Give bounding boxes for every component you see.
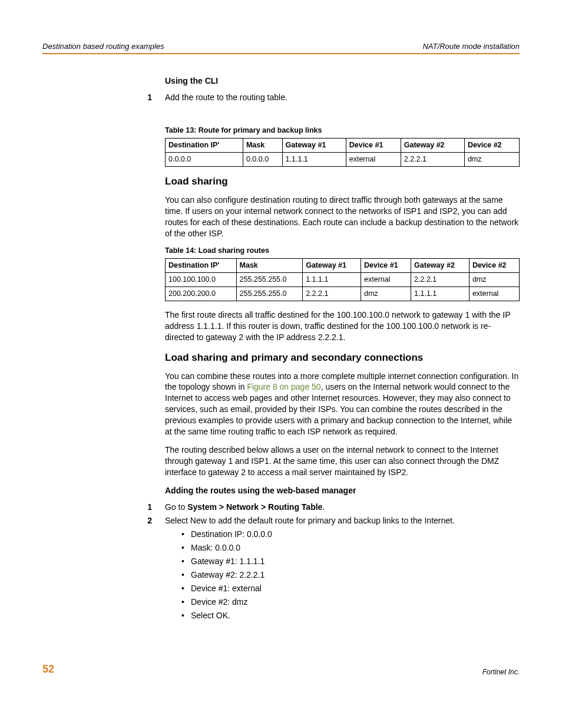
td: dmz [361,287,411,301]
list-item: Gateway #2: 2.2.2.1 [181,569,520,581]
th: Gateway #1 [282,139,346,153]
page-footer: 52 Fortinet Inc. [42,662,520,676]
th: Gateway #2 [411,259,470,273]
td: external [346,153,401,167]
nav-path: System > Network > Routing Table [187,502,322,512]
bullet-list: Destination IP: 0.0.0.0 Mask: 0.0.0.0 Ga… [165,529,520,621]
td: 1.1.1.1 [282,153,346,167]
figure-link[interactable]: Figure 8 on page 50 [247,382,320,391]
td: dmz [469,273,519,287]
footer-company: Fortinet Inc. [482,667,520,677]
step-text: Add the route to the routing table. [165,93,287,102]
combined-para1: You can combine these routes into a more… [165,371,520,437]
list-item: Destination IP: 0.0.0.0 [181,529,520,540]
th: Mask [236,259,303,273]
webmgr-steps: 1 Go to System > Network > Routing Table… [140,502,520,621]
th: Destination IP' [166,139,243,153]
td: dmz [464,153,519,167]
td: 255.255.255.0 [236,273,303,287]
td: external [361,273,411,287]
running-header: Destination based routing examples NAT/R… [42,41,520,52]
text: Go to [165,502,187,512]
step-number: 1 [140,92,152,103]
td: 1.1.1.1 [411,287,470,301]
td: 2.2.2.1 [303,287,361,301]
table-row: 100.100.100.0 255.255.255.0 1.1.1.1 exte… [166,273,520,287]
table-row: 200.200.200.0 255.255.255.0 2.2.2.1 dmz … [166,287,520,301]
list-item: Gateway #1: 1.1.1.1 [181,556,520,567]
td: 0.0.0.0 [243,153,282,167]
load-sharing-title: Load sharing [165,175,520,189]
webmgr-step-2: 2 Select New to add the default route fo… [140,515,520,621]
list-item: Device #2: dmz [181,597,520,608]
th: Device #2 [469,259,519,273]
cli-step-1: 1 Add the route to the routing table. [140,92,520,103]
th: Device #2 [464,139,519,153]
th: Gateway #1 [303,259,361,273]
td: 200.200.200.0 [166,287,237,301]
list-item: Mask: 0.0.0.0 [181,542,520,554]
header-left: Destination based routing examples [42,41,164,52]
step-text: Select New to add the default route for … [165,516,455,525]
td: 2.2.2.1 [401,153,464,167]
table13-caption: Table 13: Route for primary and backup l… [165,126,520,136]
th: Device #1 [346,139,401,153]
header-right: NAT/Route mode installation [422,41,520,52]
list-item: Device #1: external [181,583,520,594]
after-table14-para: The first route directs all traffic dest… [165,309,520,343]
td: external [469,287,519,301]
cli-heading: Using the CLI [165,75,520,87]
th: Gateway #2 [401,139,464,153]
table-header-row: Destination IP' Mask Gateway #1 Device #… [166,139,520,153]
list-item: Select OK. [181,610,520,621]
table13: Destination IP' Mask Gateway #1 Device #… [165,138,520,167]
step-number: 2 [140,515,152,526]
page-number: 52 [42,662,54,676]
td: 100.100.100.0 [166,273,237,287]
th: Mask [243,139,282,153]
td: 1.1.1.1 [303,273,361,287]
text: . [322,502,325,512]
webmgr-step-1: 1 Go to System > Network > Routing Table… [140,502,520,513]
table14: Destination IP' Mask Gateway #1 Device #… [165,258,520,301]
webmgr-heading: Adding the routes using the web-based ma… [165,485,520,496]
td: 0.0.0.0 [166,153,243,167]
th: Destination IP' [166,259,237,273]
header-rule [42,53,520,54]
td: 2.2.2.1 [411,273,470,287]
td: 255.255.255.0 [236,287,303,301]
main-content: Using the CLI 1 Add the route to the rou… [165,75,520,621]
table-header-row: Destination IP' Mask Gateway #1 Device #… [166,259,520,273]
combined-title: Load sharing and primary and secondary c… [165,351,520,365]
combined-para2: The routing described below allows a use… [165,444,520,478]
load-sharing-para: You can also configure destination routi… [165,195,520,239]
table14-caption: Table 14: Load sharing routes [165,246,520,256]
step-number: 1 [140,502,152,513]
table-row: 0.0.0.0 0.0.0.0 1.1.1.1 external 2.2.2.1… [166,153,520,167]
th: Device #1 [361,259,411,273]
